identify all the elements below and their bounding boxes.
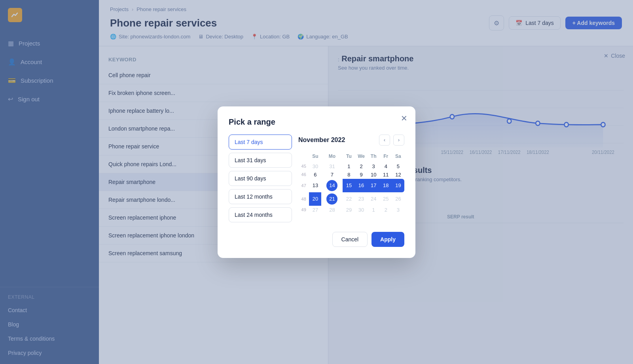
calendar-day[interactable]: 2	[380, 206, 392, 214]
calendar-day[interactable]: 26	[392, 192, 404, 206]
week-number: 47	[298, 179, 309, 192]
week-number: 46	[298, 171, 309, 179]
cal-day-header-fr: Fr	[380, 152, 392, 162]
week-num-header	[298, 152, 309, 162]
calendar-day[interactable]: 22	[343, 192, 355, 206]
calendar-week-row: 466789101112	[298, 171, 404, 179]
modal-footer: Cancel Apply	[229, 232, 404, 247]
calendar-day[interactable]: 11	[380, 171, 392, 179]
calendar-day[interactable]: 2	[355, 162, 368, 171]
cal-day-header-we: We	[355, 152, 368, 162]
apply-button[interactable]: Apply	[371, 232, 404, 247]
modal-body: Last 7 days Last 31 days Last 90 days La…	[229, 135, 404, 222]
calendar-day[interactable]: 29	[343, 206, 355, 214]
week-number: 48	[298, 192, 309, 206]
calendar-day[interactable]: 12	[392, 171, 404, 179]
modal-overlay: Pick a range ✕ Last 7 days Last 31 days …	[0, 0, 633, 364]
calendar-day[interactable]: 3	[368, 162, 380, 171]
calendar-day[interactable]: 18	[380, 179, 392, 192]
cal-day-header-tu: Tu	[343, 152, 355, 162]
calendar-day[interactable]: 13	[309, 179, 321, 192]
calendar-day[interactable]: 1	[343, 162, 355, 171]
cal-next-button[interactable]: ›	[393, 135, 404, 146]
calendar-week-row: 4927282930123	[298, 206, 404, 214]
cal-day-header-su: Su	[309, 152, 321, 162]
calendar-day[interactable]: 15	[343, 179, 355, 192]
cal-day-header-th: Th	[368, 152, 380, 162]
calendar-day[interactable]: 28	[321, 206, 343, 214]
calendar-day[interactable]: 7	[321, 171, 343, 179]
week-number: 49	[298, 206, 309, 214]
range-options: Last 7 days Last 31 days Last 90 days La…	[229, 135, 292, 222]
calendar-day[interactable]: 8	[343, 171, 355, 179]
calendar-day[interactable]: 30	[309, 162, 321, 171]
calendar-week-row: 4713141516171819	[298, 179, 404, 192]
cal-grid: Su Mo Tu We Th Fr Sa 4530311234546678910…	[298, 152, 404, 214]
calendar-day[interactable]: 23	[355, 192, 368, 206]
range-24months-button[interactable]: Last 24 months	[229, 207, 292, 222]
cal-nav: ‹ ›	[379, 135, 404, 146]
calendar-day[interactable]: 17	[368, 179, 380, 192]
calendar-day[interactable]: 20	[309, 192, 321, 206]
calendar-day[interactable]: 1	[368, 206, 380, 214]
week-number: 45	[298, 162, 309, 171]
calendar-day[interactable]: 4	[380, 162, 392, 171]
cal-month-year: November 2022	[298, 136, 345, 144]
calendar-day[interactable]: 27	[309, 206, 321, 214]
range-7days-button[interactable]: Last 7 days	[229, 135, 292, 150]
calendar-day[interactable]: 21	[321, 192, 343, 206]
cal-header: November 2022 ‹ ›	[298, 135, 404, 146]
calendar: November 2022 ‹ › Su Mo Tu We	[298, 135, 404, 222]
calendar-day[interactable]: 31	[321, 162, 343, 171]
calendar-week-row: 45303112345	[298, 162, 404, 171]
calendar-day[interactable]: 5	[392, 162, 404, 171]
modal-title: Pick a range	[229, 118, 404, 127]
modal-close-button[interactable]: ✕	[401, 114, 407, 122]
calendar-day[interactable]: 19	[392, 179, 404, 192]
calendar-day[interactable]: 16	[355, 179, 368, 192]
range-90days-button[interactable]: Last 90 days	[229, 171, 292, 186]
pick-range-modal: Pick a range ✕ Last 7 days Last 31 days …	[218, 106, 415, 258]
calendar-week-row: 4820212223242526	[298, 192, 404, 206]
cal-prev-button[interactable]: ‹	[379, 135, 390, 146]
calendar-day[interactable]: 25	[380, 192, 392, 206]
calendar-day[interactable]: 24	[368, 192, 380, 206]
cal-day-header-mo: Mo	[321, 152, 343, 162]
calendar-day[interactable]: 10	[368, 171, 380, 179]
calendar-day[interactable]: 6	[309, 171, 321, 179]
cancel-button[interactable]: Cancel	[332, 232, 368, 247]
range-12months-button[interactable]: Last 12 months	[229, 189, 292, 204]
range-31days-button[interactable]: Last 31 days	[229, 153, 292, 168]
calendar-day[interactable]: 3	[392, 206, 404, 214]
calendar-day[interactable]: 14	[321, 179, 343, 192]
calendar-day[interactable]: 30	[355, 206, 368, 214]
cal-day-header-sa: Sa	[392, 152, 404, 162]
calendar-day[interactable]: 9	[355, 171, 368, 179]
